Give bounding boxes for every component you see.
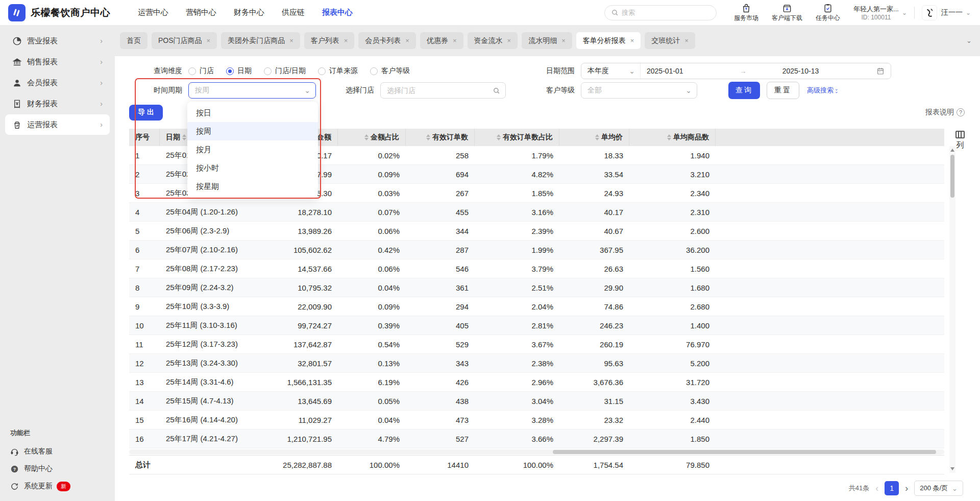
customer-level-select[interactable]: 全部 ⌄ xyxy=(581,82,697,99)
task-center-link[interactable]: 任务中心 xyxy=(816,3,840,22)
store-picker[interactable] xyxy=(380,82,506,99)
table-row[interactable]: 1425年15周 (4.7-4.13)13,645.690.05%4383.04… xyxy=(129,392,944,411)
table-row[interactable]: 1225年13周 (3.24-3.30)32,801.570.13%3432.3… xyxy=(129,354,944,373)
table-row[interactable]: 425年04周 (1.20-1.26)18,278.100.07%4553.16… xyxy=(129,203,944,222)
user-avatar[interactable] xyxy=(922,5,937,20)
store-input[interactable] xyxy=(387,86,493,94)
tab-客单分析报表[interactable]: 客单分析报表× xyxy=(576,32,641,49)
global-search[interactable] xyxy=(604,5,717,20)
tenant-switcher[interactable]: 年轻人第一家... ID: 100011 ⌄ xyxy=(853,5,907,21)
radio-客户等级[interactable]: 客户等级 xyxy=(370,66,410,76)
tab-会员卡列表[interactable]: 会员卡列表× xyxy=(358,32,416,49)
table-row[interactable]: 1125年12周 (3.17-3.23)137,642.870.54%5293.… xyxy=(129,335,944,354)
scroll-up-arrow-icon[interactable] xyxy=(950,149,954,152)
close-icon[interactable]: × xyxy=(630,37,634,44)
help-center-item[interactable]: ? 帮助中心 xyxy=(0,460,115,478)
close-icon[interactable]: × xyxy=(453,37,457,44)
current-page-button[interactable]: 1 xyxy=(885,481,899,495)
close-icon[interactable]: × xyxy=(507,37,511,44)
sort-icon[interactable] xyxy=(497,134,501,140)
period-option-按小时[interactable]: 按小时 xyxy=(187,159,318,177)
prev-page-chevron-icon[interactable]: ‹ xyxy=(875,483,878,494)
close-icon[interactable]: × xyxy=(344,37,348,44)
next-page-chevron-icon[interactable]: › xyxy=(905,483,908,494)
sort-icon[interactable] xyxy=(182,134,186,140)
export-button[interactable]: 导出 xyxy=(129,105,163,121)
table-row[interactable]: 525年06周 (2.3-2.9)13,989.260.06%3442.39%4… xyxy=(129,222,944,241)
column-header-序号[interactable]: 序号 xyxy=(129,129,160,146)
column-header-有效订单数[interactable]: 有效订单数 xyxy=(406,129,475,146)
radio-门店[interactable]: 门店 xyxy=(188,66,214,76)
vertical-scrollbar[interactable] xyxy=(949,146,955,473)
nav-item-财务中心[interactable]: 财务中心 xyxy=(234,8,264,17)
reset-button[interactable]: 重置 xyxy=(767,82,799,99)
tabs-overflow-chevron-icon[interactable]: ⌄ xyxy=(966,37,972,44)
horizontal-scrollbar-thumb[interactable] xyxy=(553,450,936,454)
period-option-按月[interactable]: 按月 xyxy=(187,140,318,159)
tab-交班统计[interactable]: 交班统计× xyxy=(645,32,695,49)
tab-客户列表[interactable]: 客户列表× xyxy=(304,32,355,49)
scroll-down-arrow-icon[interactable] xyxy=(950,467,954,470)
tab-流水明细[interactable]: 流水明细× xyxy=(522,32,572,49)
table-row[interactable]: 825年09周 (2.24-3.2)10,795.320.04%3612.51%… xyxy=(129,278,944,297)
system-update-item[interactable]: 系统更新 新 xyxy=(0,478,115,495)
horizontal-scrollbar[interactable] xyxy=(129,449,944,455)
column-header-金额占比[interactable]: 金额占比 xyxy=(338,129,406,146)
table-row[interactable]: 1325年14周 (3.31-4.6)1,566,131.356.19%4262… xyxy=(129,373,944,392)
table-row[interactable]: 1625年17周 (4.21-4.27)1,210,721.954.79%527… xyxy=(129,430,944,448)
nav-item-营销中心[interactable]: 营销中心 xyxy=(186,8,216,17)
online-support-item[interactable]: 在线客服 xyxy=(0,443,115,460)
column-header-有效订单数占比[interactable]: 有效订单数占比 xyxy=(475,129,559,146)
tab-POS门店商品[interactable]: POS门店商品× xyxy=(152,32,217,49)
range-preset-select[interactable]: 本年度 ⌄ xyxy=(581,63,641,79)
period-option-按日[interactable]: 按日 xyxy=(187,104,318,122)
table-row[interactable]: 1525年16周 (4.14-4.20)11,029.270.04%4733.2… xyxy=(129,411,944,430)
close-icon[interactable]: × xyxy=(561,37,566,44)
period-option-按星期[interactable]: 按星期 xyxy=(187,177,318,196)
close-icon[interactable]: × xyxy=(289,37,293,44)
column-settings-tool[interactable]: 列 xyxy=(955,131,965,150)
tab-资金流水[interactable]: 资金流水× xyxy=(468,32,518,49)
calendar-icon[interactable] xyxy=(876,67,885,75)
tab-美团外卖门店商品[interactable]: 美团外卖门店商品× xyxy=(221,32,300,49)
report-note-link[interactable]: 报表说明 ? xyxy=(925,108,965,117)
table-row[interactable]: 625年07周 (2.10-2.16)105,602.620.42%2871.9… xyxy=(129,241,944,259)
query-button[interactable]: 查询 xyxy=(728,82,760,99)
column-header-单均价[interactable]: 单均价 xyxy=(559,129,629,146)
client-download-link[interactable]: 客户端下载 xyxy=(772,3,802,22)
table-row[interactable]: 725年08周 (2.17-2.23)14,537.660.06%5463.79… xyxy=(129,259,944,278)
nav-item-运营中心[interactable]: 运营中心 xyxy=(138,8,168,17)
period-option-按周[interactable]: 按周 xyxy=(187,122,318,140)
service-market-link[interactable]: 服务市场 xyxy=(734,3,758,22)
period-select[interactable]: 按周 ⌄ xyxy=(188,82,316,99)
close-icon[interactable]: × xyxy=(684,37,689,44)
sort-icon[interactable] xyxy=(364,134,369,140)
table-row[interactable]: 1025年11周 (3.10-3.16)99,724.270.39%4052.8… xyxy=(129,316,944,335)
table-row[interactable]: 925年10周 (3.3-3.9)22,009.900.09%2942.04%7… xyxy=(129,297,944,316)
tab-优惠券[interactable]: 优惠券× xyxy=(420,32,463,49)
vertical-scrollbar-thumb[interactable] xyxy=(950,155,954,198)
sidebar-item-财务报表[interactable]: 财务报表› xyxy=(5,93,110,114)
date-start-input[interactable]: 2025-01-01 xyxy=(647,67,683,75)
column-header-单均商品数[interactable]: 单均商品数 xyxy=(629,129,716,146)
close-icon[interactable]: × xyxy=(405,37,409,44)
close-icon[interactable]: × xyxy=(207,37,211,44)
advanced-search-link[interactable]: 高级搜索 ⌄⌄ xyxy=(807,86,839,95)
radio-门店/日期[interactable]: 门店/日期 xyxy=(264,66,306,76)
global-search-input[interactable] xyxy=(622,9,710,16)
nav-item-报表中心[interactable]: 报表中心 xyxy=(322,8,353,17)
radio-日期[interactable]: 日期 xyxy=(226,66,252,76)
tab-首页[interactable]: 首页 xyxy=(120,32,148,49)
sidebar-item-销售报表[interactable]: 销售报表› xyxy=(5,52,110,72)
sidebar-item-营业报表[interactable]: 营业报表› xyxy=(5,31,110,51)
sidebar-item-运营报表[interactable]: 运营报表› xyxy=(5,114,110,135)
page-size-select[interactable]: 200 条/页 ⌄ xyxy=(914,481,963,496)
date-end-input[interactable]: 2025-10-13 xyxy=(782,67,819,75)
radio-订单来源[interactable]: 订单来源 xyxy=(318,66,358,76)
chevron-down-icon[interactable]: ⌄ xyxy=(966,9,971,16)
nav-item-供应链[interactable]: 供应链 xyxy=(282,8,305,17)
sort-icon[interactable] xyxy=(426,134,430,140)
sort-icon[interactable] xyxy=(667,134,671,140)
sidebar-item-会员报表[interactable]: 会员报表› xyxy=(5,73,110,93)
sort-icon[interactable] xyxy=(595,134,599,140)
